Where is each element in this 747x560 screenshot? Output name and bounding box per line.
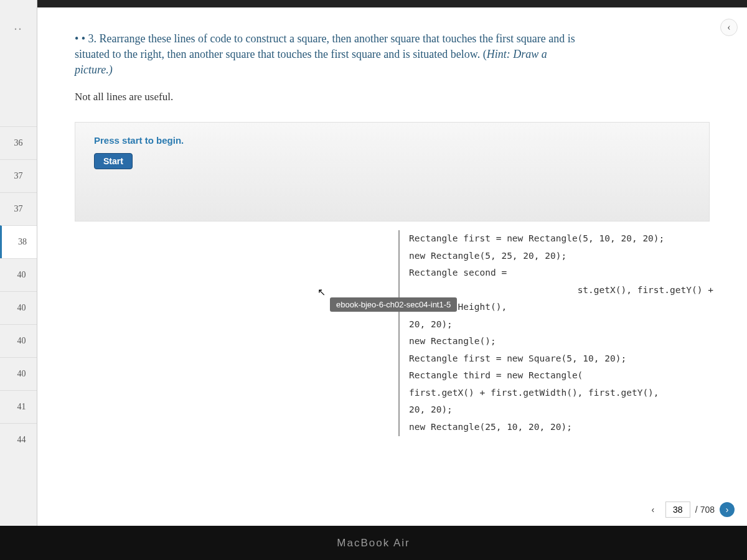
code-line[interactable]: Rectangle first = new Square(5, 10, 20);: [409, 350, 722, 368]
page-wrapper: .. 36 37 37 38 40 40 40 40 41 44 ‹ • • 3…: [0, 0, 747, 560]
problem-text: • • 3. Rearrange these lines of code to …: [75, 31, 710, 78]
code-line[interactable]: Rectangle first = new Rectangle(5, 10, 2…: [409, 230, 722, 248]
thumb-41[interactable]: 41: [0, 390, 37, 423]
problem-block: • • 3. Rearrange these lines of code to …: [75, 31, 710, 103]
press-start-label: Press start to begin.: [94, 135, 690, 146]
collapse-button[interactable]: ‹: [720, 19, 738, 36]
next-page-button[interactable]: ›: [720, 502, 735, 517]
start-button[interactable]: Start: [94, 153, 133, 169]
thumb-38[interactable]: 38: [0, 225, 37, 258]
code-line[interactable]: Rectangle third = new Rectangle(: [409, 367, 722, 385]
exercise-box: Press start to begin. Start: [75, 122, 710, 222]
code-line[interactable]: new Rectangle();: [409, 333, 722, 350]
not-useful-text: Not all lines are useful.: [75, 91, 710, 103]
top-dark-bar: [37, 0, 747, 7]
code-line[interactable]: 20, 20);: [409, 316, 722, 334]
problem-line2: situated to the right, then another squa…: [75, 48, 487, 60]
device-label: MacBook Air: [337, 537, 410, 549]
sidebar-ellipsis: ..: [0, 19, 37, 126]
page-navigator: ‹ / 708 ›: [646, 502, 735, 518]
thumb-40d[interactable]: 40: [0, 357, 37, 390]
code-lines-panel: Rectangle first = new Rectangle(5, 10, 2…: [398, 230, 722, 436]
hint-label: Hint:: [487, 48, 510, 60]
code-line[interactable]: new Rectangle(25, 10, 20, 20);: [409, 419, 722, 436]
code-line[interactable]: 20, 20);: [409, 401, 722, 419]
thumb-37b[interactable]: 37: [0, 192, 37, 225]
browser-tooltip: ebook-bjeo-6-ch02-sec04-int1-5: [330, 297, 457, 312]
problem-number: 3.: [88, 32, 97, 45]
thumb-40b[interactable]: 40: [0, 291, 37, 324]
bullet-icon: • •: [75, 32, 85, 45]
thumb-36[interactable]: 36: [0, 126, 37, 159]
problem-line1: Rearrange these lines of code to constru…: [100, 32, 575, 45]
main-content: ‹ • • 3. Rearrange these lines of code t…: [37, 0, 747, 560]
prev-page-button[interactable]: ‹: [646, 502, 660, 517]
thumb-40a[interactable]: 40: [0, 258, 37, 291]
code-line[interactable]: new Rectangle(5, 25, 20, 20);: [409, 248, 722, 265]
code-line[interactable]: Rectangle second =: [409, 264, 722, 282]
thumb-40c[interactable]: 40: [0, 324, 37, 357]
hint-text: Draw a: [510, 48, 547, 60]
problem-line3: picture.): [75, 63, 113, 76]
thumb-44[interactable]: 44: [0, 423, 37, 456]
page-total: / 708: [695, 505, 715, 515]
cursor-icon: ↖: [317, 286, 326, 298]
thumbnail-sidebar: .. 36 37 37 38 40 40 40 40 41 44: [0, 0, 37, 560]
page-number-input[interactable]: [665, 502, 690, 518]
thumb-37a[interactable]: 37: [0, 159, 37, 192]
device-label-bar: MacBook Air: [0, 526, 747, 560]
code-line[interactable]: first.getX() + first.getWidth(), first.g…: [409, 385, 722, 402]
